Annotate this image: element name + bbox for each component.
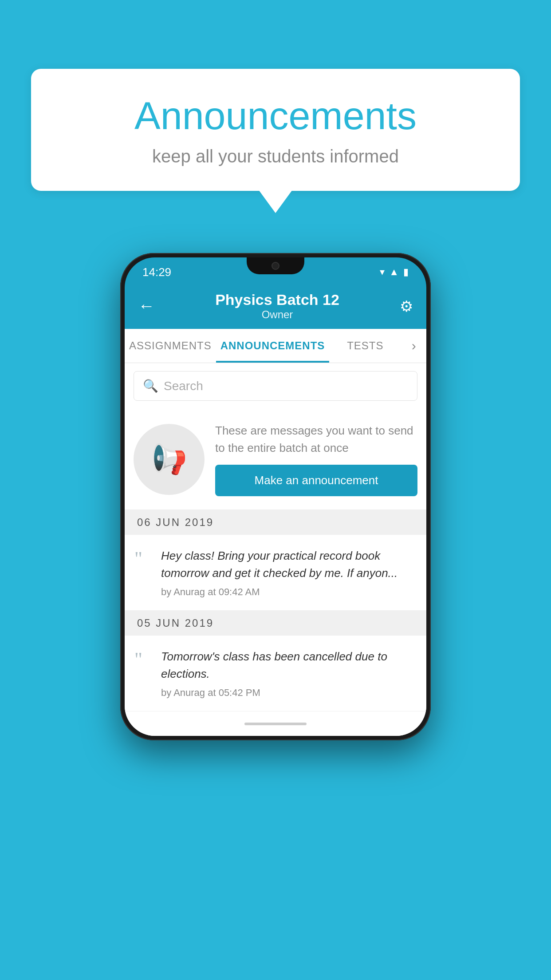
- tab-more-button[interactable]: ›: [401, 329, 426, 363]
- front-camera: [272, 262, 279, 270]
- date-label-2: 05 JUN 2019: [137, 617, 214, 629]
- status-time: 14:29: [142, 265, 171, 279]
- phone-outer: 14:29 ▾ ▲ ▮ ← Physics Batch 12 Owner ⚙: [120, 253, 431, 740]
- app-header: ← Physics Batch 12 Owner ⚙: [125, 283, 426, 329]
- wifi-icon: ▾: [380, 266, 385, 278]
- home-indicator: [244, 723, 307, 725]
- speech-bubble-title: Announcements: [58, 93, 493, 138]
- speech-bubble-section: Announcements keep all your students inf…: [31, 69, 520, 213]
- tab-bar: ASSIGNMENTS ANNOUNCEMENTS TESTS ›: [125, 329, 426, 363]
- tab-announcements[interactable]: ANNOUNCEMENTS: [216, 329, 330, 363]
- settings-button[interactable]: ⚙: [400, 297, 413, 315]
- announcement-item-1[interactable]: " Hey class! Bring your practical record…: [125, 535, 426, 611]
- quote-icon-2: ": [134, 650, 152, 699]
- phone-mockup: 14:29 ▾ ▲ ▮ ← Physics Batch 12 Owner ⚙: [120, 253, 431, 740]
- announcement-author-1: by Anurag at 09:42 AM: [161, 586, 417, 598]
- make-announcement-button[interactable]: Make an announcement: [215, 465, 417, 496]
- header-title-area: Physics Batch 12 Owner: [155, 291, 400, 321]
- batch-subtitle: Owner: [155, 308, 400, 321]
- tab-assignments[interactable]: ASSIGNMENTS: [125, 329, 216, 363]
- phone-notch: [247, 257, 304, 274]
- screen-content: 🔍 Search 📢 These are messages you want t…: [125, 363, 426, 736]
- date-label-1: 06 JUN 2019: [137, 516, 214, 529]
- date-divider-2: 05 JUN 2019: [125, 611, 426, 636]
- empty-state-description: These are messages you want to send to t…: [215, 422, 417, 457]
- status-icons: ▾ ▲ ▮: [380, 266, 409, 278]
- signal-icon: ▲: [389, 266, 399, 278]
- announcement-text-2: Tomorrow's class has been cancelled due …: [161, 648, 417, 683]
- announcement-author-2: by Anurag at 05:42 PM: [161, 687, 417, 699]
- announcement-item-2[interactable]: " Tomorrow's class has been cancelled du…: [125, 636, 426, 711]
- search-icon: 🔍: [143, 379, 158, 393]
- empty-state-section: 📢 These are messages you want to send to…: [125, 409, 426, 510]
- search-container: 🔍 Search: [125, 363, 426, 409]
- announcement-icon-circle: 📢: [134, 424, 205, 495]
- speech-bubble-subtitle: keep all your students informed: [58, 146, 493, 166]
- search-box[interactable]: 🔍 Search: [134, 371, 417, 401]
- phone-inner: 14:29 ▾ ▲ ▮ ← Physics Batch 12 Owner ⚙: [125, 257, 426, 736]
- speech-bubble-arrow: [259, 190, 292, 213]
- search-placeholder: Search: [164, 379, 203, 393]
- phone-bottom-bar: [125, 711, 426, 736]
- quote-icon-1: ": [134, 549, 152, 598]
- speech-bubble: Announcements keep all your students inf…: [31, 69, 520, 191]
- date-divider-1: 06 JUN 2019: [125, 510, 426, 535]
- batch-title: Physics Batch 12: [155, 291, 400, 308]
- tab-tests[interactable]: TESTS: [329, 329, 401, 363]
- battery-icon: ▮: [403, 266, 409, 278]
- announcement-content-1: Hey class! Bring your practical record b…: [161, 547, 417, 598]
- announcement-text-1: Hey class! Bring your practical record b…: [161, 547, 417, 582]
- megaphone-icon: 📢: [151, 443, 187, 476]
- empty-state-content: These are messages you want to send to t…: [215, 422, 417, 496]
- back-button[interactable]: ←: [138, 296, 155, 316]
- announcement-content-2: Tomorrow's class has been cancelled due …: [161, 648, 417, 699]
